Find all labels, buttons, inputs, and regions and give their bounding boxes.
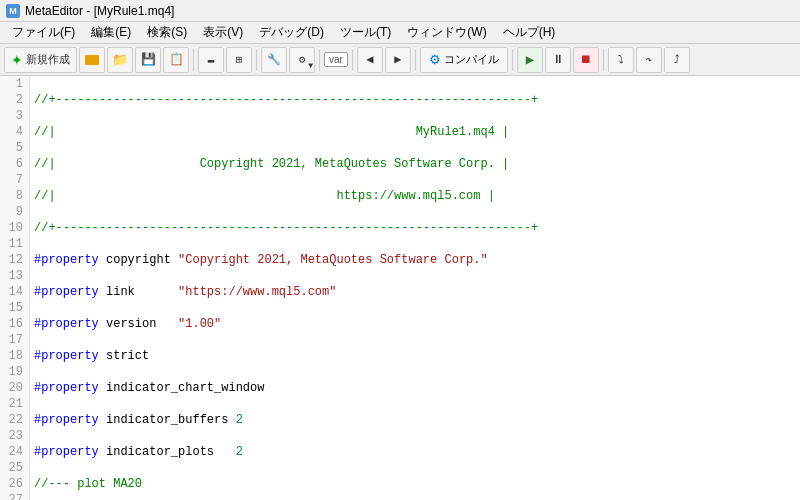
- menu-bar: ファイル(F) 編集(E) 検索(S) 表示(V) デバッグ(D) ツール(T)…: [0, 22, 800, 44]
- step-over-icon: ↷: [646, 53, 653, 66]
- split-view-button[interactable]: ⊞: [226, 47, 252, 73]
- separator-7: [603, 49, 604, 71]
- toolbar: ✦ 新規作成 📁 💾 📋 ▬ ⊞ 🔧 ⚙ ▼ var ◀ ▶ ⚙: [0, 44, 800, 76]
- var-indicator: var: [324, 52, 348, 67]
- code-text[interactable]: //+-------------------------------------…: [30, 76, 800, 500]
- step-into-button[interactable]: ⤵: [608, 47, 634, 73]
- code-line-11: #property indicator_buffers 2: [34, 412, 796, 428]
- tools-icon: 🔧: [267, 53, 281, 66]
- code-editor[interactable]: 1 2 3 4 5 6 7 8 9 10 11 12 13 14 15 16 1…: [0, 76, 800, 500]
- nav-back-button[interactable]: ◀: [357, 47, 383, 73]
- separator-3: [319, 49, 320, 71]
- dropdown-arrow: ▼: [308, 61, 313, 70]
- run-button[interactable]: ▶: [517, 47, 543, 73]
- separator-2: [256, 49, 257, 71]
- menu-help[interactable]: ヘルプ(H): [495, 22, 564, 43]
- new-file-label: 新規作成: [26, 52, 70, 67]
- code-line-1: //+-------------------------------------…: [34, 92, 796, 108]
- stop-button[interactable]: ⏹: [573, 47, 599, 73]
- tab-icon: ▬: [208, 54, 215, 66]
- open-button[interactable]: [79, 47, 105, 73]
- save-all-button[interactable]: 📋: [163, 47, 189, 73]
- forward-icon: ▶: [394, 52, 401, 67]
- menu-file[interactable]: ファイル(F): [4, 22, 83, 43]
- code-line-7: #property link "https://www.mql5.com": [34, 284, 796, 300]
- new-file-button[interactable]: ✦ 新規作成: [4, 47, 77, 73]
- step-out-button[interactable]: ⤴: [664, 47, 690, 73]
- menu-search[interactable]: 検索(S): [139, 22, 195, 43]
- play-icon: ▶: [526, 51, 534, 68]
- tools-button[interactable]: 🔧: [261, 47, 287, 73]
- separator-6: [512, 49, 513, 71]
- separator-5: [415, 49, 416, 71]
- menu-window[interactable]: ウィンドウ(W): [399, 22, 494, 43]
- code-line-3: //| Copyright 2021, MetaQuotes Software …: [34, 156, 796, 172]
- new-icon: ✦: [11, 52, 23, 68]
- line-numbers: 1 2 3 4 5 6 7 8 9 10 11 12 13 14 15 16 1…: [0, 76, 30, 500]
- step-out-icon: ⤴: [674, 53, 680, 66]
- separator-4: [352, 49, 353, 71]
- menu-view[interactable]: 表示(V): [195, 22, 251, 43]
- code-line-12: #property indicator_plots 2: [34, 444, 796, 460]
- stop-icon: ⏹: [580, 52, 592, 67]
- code-line-6: #property copyright "Copyright 2021, Met…: [34, 252, 796, 268]
- code-line-4: //| https://www.mql5.com |: [34, 188, 796, 204]
- code-line-8: #property version "1.00": [34, 316, 796, 332]
- app-icon: M: [6, 4, 20, 18]
- menu-edit[interactable]: 編集(E): [83, 22, 139, 43]
- code-line-13: //--- plot MA20: [34, 476, 796, 492]
- compile-button[interactable]: ⚙ コンパイル: [420, 47, 508, 73]
- compile-icon: ⚙: [429, 52, 441, 67]
- compile-label: コンパイル: [444, 52, 499, 67]
- code-line-10: #property indicator_chart_window: [34, 380, 796, 396]
- settings-button[interactable]: ⚙ ▼: [289, 47, 315, 73]
- settings-icon: ⚙: [299, 53, 306, 66]
- save-button[interactable]: 💾: [135, 47, 161, 73]
- menu-debug[interactable]: デバッグ(D): [251, 22, 332, 43]
- code-line-5: //+-------------------------------------…: [34, 220, 796, 236]
- save-icon: 💾: [141, 52, 156, 67]
- split-icon: ⊞: [236, 53, 243, 66]
- nav-forward-button[interactable]: ▶: [385, 47, 411, 73]
- open-folder-button[interactable]: 📁: [107, 47, 133, 73]
- folder-icon: 📁: [112, 52, 128, 68]
- separator-1: [193, 49, 194, 71]
- pause-icon: ⏸: [552, 52, 564, 67]
- window-title: MetaEditor - [MyRule1.mq4]: [25, 4, 174, 18]
- code-line-9: #property strict: [34, 348, 796, 364]
- step-over-button[interactable]: ↷: [636, 47, 662, 73]
- back-icon: ◀: [366, 52, 373, 67]
- step-into-icon: ⤵: [618, 53, 624, 66]
- title-bar: M MetaEditor - [MyRule1.mq4]: [0, 0, 800, 22]
- tab-view-button[interactable]: ▬: [198, 47, 224, 73]
- code-line-2: //| MyRule1.mq4 |: [34, 124, 796, 140]
- save-all-icon: 📋: [169, 52, 184, 67]
- pause-button[interactable]: ⏸: [545, 47, 571, 73]
- open-icon: [85, 55, 99, 65]
- menu-tools[interactable]: ツール(T): [332, 22, 399, 43]
